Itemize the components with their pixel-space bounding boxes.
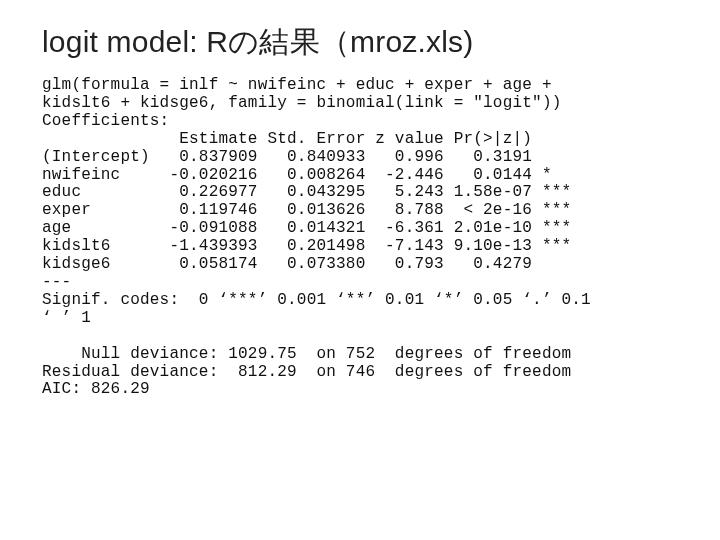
slide: logit model: Rの結果（mroz.xls) glm(formula …: [0, 0, 720, 399]
slide-title: logit model: Rの結果（mroz.xls): [42, 22, 682, 63]
r-output: glm(formula = inlf ~ nwifeinc + educ + e…: [42, 77, 682, 399]
